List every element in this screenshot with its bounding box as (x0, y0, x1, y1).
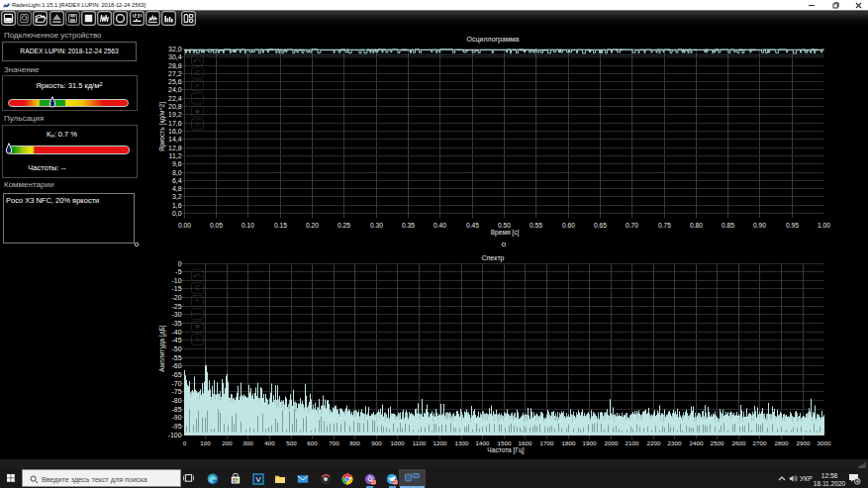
svg-text:-10: -10 (172, 277, 182, 284)
svg-text:24,0: 24,0 (168, 86, 182, 93)
svg-text:0.65: 0.65 (594, 222, 607, 229)
svg-text:0.00: 0.00 (178, 222, 191, 229)
svg-text:400: 400 (264, 439, 275, 446)
svg-text:53: 53 (370, 480, 375, 485)
svg-text:2900: 2900 (797, 439, 811, 446)
svg-text:4: 4 (856, 478, 859, 484)
svg-text:2200: 2200 (647, 439, 661, 446)
svg-text:26: 26 (393, 480, 398, 485)
svg-text:-25: -25 (172, 303, 182, 310)
svg-text:4,8: 4,8 (172, 185, 182, 192)
svg-text:3000: 3000 (818, 439, 831, 446)
svg-text:1600: 1600 (519, 439, 532, 446)
svg-text:Частота [Гц]: Частота [Гц] (487, 446, 524, 454)
svg-text:-95: -95 (172, 423, 182, 430)
svg-text:0: 0 (178, 260, 182, 267)
svg-text:2800: 2800 (775, 439, 789, 446)
svg-text:1.00: 1.00 (818, 222, 830, 229)
svg-text:16,0: 16,0 (168, 128, 182, 135)
svg-text:Яркость [кд/м^2]: Яркость [кд/м^2] (158, 102, 166, 151)
svg-text:1100: 1100 (413, 439, 427, 446)
svg-text:−: − (196, 95, 200, 102)
svg-text:✥: ✥ (195, 108, 201, 115)
svg-text:C: C (195, 284, 200, 291)
svg-text:25,6: 25,6 (168, 78, 182, 85)
svg-text:−: − (196, 310, 200, 317)
svg-text:-40: -40 (172, 329, 182, 336)
svg-text:0.55: 0.55 (530, 222, 542, 229)
svg-text:0.05: 0.05 (210, 222, 223, 229)
svg-text:-75: -75 (172, 388, 182, 395)
svg-text:0.95: 0.95 (786, 222, 799, 229)
svg-text:8,0: 8,0 (172, 169, 182, 176)
svg-text:-20: -20 (172, 294, 182, 301)
svg-text:28,8: 28,8 (168, 62, 182, 69)
svg-text:0.30: 0.30 (370, 222, 383, 229)
svg-text:900: 900 (371, 439, 382, 446)
svg-text:500: 500 (286, 439, 297, 446)
svg-text:-100: -100 (168, 432, 182, 439)
svg-text:Спектр: Спектр (482, 254, 505, 262)
svg-text:17,6: 17,6 (168, 120, 182, 127)
svg-text:0.10: 0.10 (241, 222, 254, 229)
svg-text:0.70: 0.70 (626, 222, 638, 229)
svg-text:20,8: 20,8 (168, 103, 182, 110)
svg-text:+: + (196, 82, 200, 89)
svg-text:2700: 2700 (753, 439, 767, 446)
svg-text:0,0: 0,0 (172, 210, 182, 217)
svg-text:1000: 1000 (391, 439, 405, 446)
svg-text:-55: -55 (172, 354, 182, 361)
svg-text:Осциллограмма: Осциллограмма (467, 36, 520, 44)
svg-text:0.90: 0.90 (753, 222, 766, 229)
svg-text:0.50: 0.50 (498, 222, 511, 229)
svg-text:-70: -70 (172, 380, 182, 387)
svg-text:1,6: 1,6 (172, 202, 182, 209)
svg-text:0.80: 0.80 (690, 222, 703, 229)
svg-text:0.60: 0.60 (562, 222, 575, 229)
svg-text:-90: -90 (172, 414, 182, 421)
svg-text:-35: -35 (172, 320, 182, 327)
svg-text:1700: 1700 (540, 439, 554, 446)
svg-text:-15: -15 (172, 285, 182, 292)
svg-text:1200: 1200 (434, 439, 447, 446)
svg-text:-60: -60 (172, 362, 182, 369)
svg-text:100: 100 (200, 439, 211, 446)
svg-text:-65: -65 (172, 371, 182, 378)
svg-text:0.85: 0.85 (722, 222, 734, 229)
svg-text:2300: 2300 (668, 439, 682, 446)
svg-text:Время [с]: Время [с] (491, 229, 520, 237)
svg-text:2000: 2000 (605, 439, 619, 446)
svg-text:-85: -85 (172, 406, 182, 413)
svg-text:27,2: 27,2 (168, 70, 182, 77)
svg-text:V: V (255, 475, 260, 484)
svg-text:2100: 2100 (626, 439, 639, 446)
svg-text:0.45: 0.45 (466, 222, 479, 229)
svg-text:I: I (197, 336, 199, 342)
svg-text:-50: -50 (172, 345, 182, 352)
svg-text:+: + (196, 297, 200, 304)
svg-text:1900: 1900 (583, 439, 597, 446)
svg-text:1800: 1800 (562, 439, 576, 446)
svg-text:3,2: 3,2 (172, 193, 182, 200)
svg-text:-30: -30 (172, 311, 182, 318)
svg-text:11,2: 11,2 (169, 152, 182, 159)
svg-text:1400: 1400 (476, 439, 490, 446)
svg-text:Амплитуда [дБ]: Амплитуда [дБ] (158, 325, 166, 372)
svg-text:-45: -45 (172, 337, 182, 343)
svg-text:12,8: 12,8 (168, 145, 182, 151)
svg-text:2400: 2400 (690, 439, 704, 446)
svg-text:-80: -80 (172, 397, 182, 404)
svg-text:300: 300 (242, 439, 253, 446)
svg-text:C: C (195, 69, 200, 76)
svg-text:600: 600 (307, 439, 318, 446)
svg-text:1300: 1300 (455, 439, 469, 446)
svg-text:0.35: 0.35 (402, 222, 415, 229)
svg-text:-5: -5 (175, 268, 181, 275)
svg-text:I: I (197, 121, 199, 128)
svg-text:0.25: 0.25 (338, 222, 350, 229)
svg-text:800: 800 (349, 439, 360, 446)
svg-text:700: 700 (329, 439, 339, 446)
svg-text:22,4: 22,4 (168, 95, 182, 102)
svg-text:✥: ✥ (195, 323, 201, 330)
svg-text:2500: 2500 (711, 439, 724, 446)
